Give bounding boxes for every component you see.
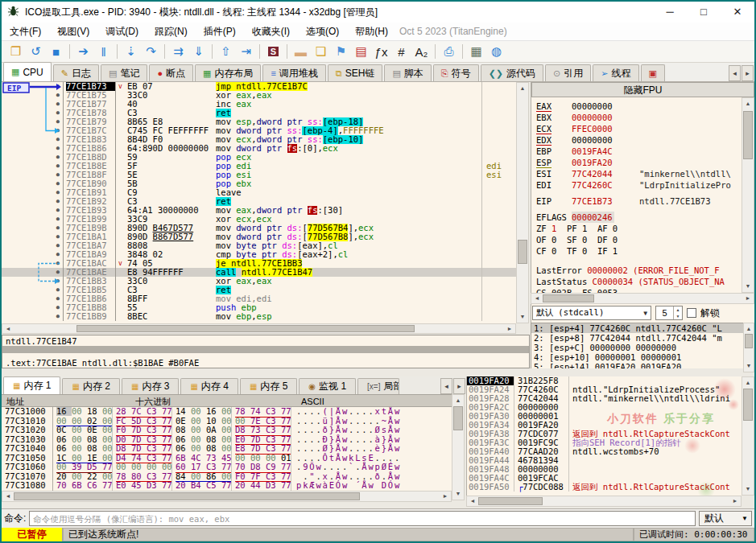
disasm-hscroll[interactable]: ◄► xyxy=(2,323,516,334)
function-icon[interactable]: ƒx xyxy=(371,43,391,61)
stack-vscroll[interactable]: ▲▼ xyxy=(742,376,754,496)
step-into-icon[interactable]: ⇣ xyxy=(121,43,141,61)
command-mode-dropdown[interactable]: 默认 ▼ xyxy=(699,511,752,526)
menu-item[interactable]: 调试(D) xyxy=(97,25,147,39)
menu-item[interactable]: 视图(V) xyxy=(49,25,97,39)
disasm-vscroll[interactable]: ▲▼ xyxy=(516,82,529,323)
breakpoint-dot[interactable]: ● xyxy=(2,91,63,100)
restart-icon[interactable]: ↺ xyxy=(26,43,46,61)
scroll-thumb[interactable] xyxy=(518,240,527,264)
tab-symbols[interactable]: ⎘符号 xyxy=(433,64,479,81)
scroll-thumb[interactable] xyxy=(453,406,463,430)
hide-fpu-button[interactable]: 隐藏FPU xyxy=(531,82,754,97)
spider-icon[interactable]: S xyxy=(263,43,283,61)
stepper-up-icon[interactable]: ▲ xyxy=(674,306,682,313)
hash-icon[interactable]: # xyxy=(391,43,411,61)
run-icon[interactable]: ➔ xyxy=(73,43,93,61)
argument-row[interactable]: 3: [esp+C] 00000000 00000000 xyxy=(531,343,754,352)
breakpoint-dot[interactable]: ● xyxy=(2,206,63,215)
arguments-view[interactable]: 1: [esp+4] 77C4260C ntdll.77C4260C "L2: … xyxy=(531,323,754,372)
breakpoint-dot[interactable]: ● xyxy=(2,303,63,312)
breakpoint-dot[interactable]: ● xyxy=(2,153,63,162)
patch-icon[interactable]: ▬ xyxy=(291,43,311,61)
breakpoint-dot[interactable]: ● xyxy=(2,224,63,232)
register-row[interactable]: EAX00000000 xyxy=(536,101,742,112)
stop-icon[interactable]: ■ xyxy=(46,43,66,61)
register-row[interactable]: EBP0019FA4C xyxy=(536,146,742,157)
register-row[interactable]: ESI77C42044"minkernel\\ntdll\ xyxy=(536,168,742,179)
step-out-icon[interactable]: ⇧ xyxy=(216,43,236,61)
scroll-thumb[interactable] xyxy=(743,389,753,421)
scroll-thumb[interactable] xyxy=(478,497,543,505)
breakpoint-dot[interactable]: ● xyxy=(2,144,63,153)
maximize-button[interactable]: □ xyxy=(687,2,721,23)
breakpoint-dot[interactable]: ● xyxy=(2,268,63,277)
breakpoint-dot[interactable]: ● xyxy=(2,241,63,250)
dump-tab-memory-1[interactable]: ▦内存 1 xyxy=(3,376,60,394)
scroll-arrow-icon[interactable]: ▲ xyxy=(742,378,754,388)
menu-item[interactable]: 跟踪(N) xyxy=(147,25,196,39)
breakpoint-dot[interactable]: ● xyxy=(2,100,63,109)
register-row[interactable]: LastStatus C0000034 (STATUS_OBJECT_NA xyxy=(536,276,742,287)
registers-vscroll[interactable]: ▲▼ xyxy=(742,97,754,293)
breakpoint-dot[interactable]: ● xyxy=(2,232,63,241)
scroll-arrow-icon[interactable]: ▲ xyxy=(452,396,464,405)
tab-log[interactable]: ✎日志 xyxy=(53,64,99,81)
close-button[interactable]: ✕ xyxy=(721,2,754,23)
scroll-arrow-icon[interactable]: ▼ xyxy=(744,361,754,371)
scroll-thumb[interactable] xyxy=(543,294,594,302)
register-row[interactable]: EFLAGS00000246 xyxy=(536,212,742,223)
scroll-thumb[interactable] xyxy=(14,492,360,500)
scroll-thumb[interactable] xyxy=(743,111,753,159)
command-input[interactable] xyxy=(29,511,696,526)
scroll-arrow-icon[interactable]: ◄ xyxy=(3,492,13,501)
hex-dump-view[interactable]: 77C3100016 00 18 0028 7C C3 7714 00 16 0… xyxy=(2,407,452,491)
menu-item[interactable]: 插件(P) xyxy=(196,25,244,39)
tab-cpu[interactable]: ▦CPU xyxy=(3,62,52,81)
scroll-arrow-icon[interactable]: ▼ xyxy=(517,312,528,322)
disassembly-view[interactable]: ●77CE1B73vEB 07jmp ntdll.77CE1B7C●77CE1B… xyxy=(2,82,516,323)
tab-breakpoints[interactable]: ●断点 xyxy=(149,64,193,81)
dump-tab-memory-4[interactable]: ▦内存 4 xyxy=(180,378,238,394)
calculator-icon[interactable]: ▦ xyxy=(466,43,486,61)
menu-item[interactable]: 收藏夹(I) xyxy=(244,25,298,39)
tab-notes[interactable]: ▤笔记 xyxy=(101,64,147,81)
breakpoint-dot[interactable]: ● xyxy=(2,135,63,144)
tab-scroll-right-icon[interactable]: ▸ xyxy=(742,65,754,81)
registers-hscroll[interactable]: ◄► xyxy=(531,293,754,304)
scroll-arrow-icon[interactable]: ▲ xyxy=(517,84,528,93)
run-to-icon[interactable]: ⇉ xyxy=(168,43,188,61)
argument-count-stepper[interactable]: 5 ▲ ▼ xyxy=(655,306,683,320)
pause-icon[interactable]: ‖ xyxy=(93,43,114,61)
scroll-arrow-icon[interactable]: ► xyxy=(743,294,753,303)
scroll-arrow-icon[interactable]: ▲ xyxy=(744,324,754,334)
dump-tab-watch-1[interactable]: ◉监视 1 xyxy=(299,378,356,394)
breakpoint-dot[interactable]: ● xyxy=(2,188,63,197)
stack-view[interactable]: 0019FA2031B225F80019FA2477C4260Cntdll."L… xyxy=(466,376,742,496)
breakpoint-dot[interactable]: ● xyxy=(2,312,63,321)
dump-tab-memory-5[interactable]: ▦内存 5 xyxy=(240,378,297,394)
register-row[interactable]: ESP0019FA20 xyxy=(536,157,742,168)
stack-row[interactable]: 0019FA50┌77CDC088返回到 ntdll.RtlCaptureSta… xyxy=(467,483,742,492)
tab-source[interactable]: ❮❯源代码 xyxy=(481,64,543,81)
breakpoint-dot[interactable]: ● xyxy=(2,179,63,188)
dump-row[interactable]: 77C3108070 6B C6 77E0 45 D3 7720 B4 C5 7… xyxy=(2,481,452,491)
breakpoint-dot[interactable]: ● xyxy=(2,117,63,126)
handles-icon[interactable]: ⎙ xyxy=(439,43,459,61)
scroll-arrow-icon[interactable]: ▲ xyxy=(742,99,754,109)
breakpoint-dot[interactable]: ● xyxy=(2,162,63,171)
register-row[interactable]: EIP77CE1B73ntdll.77CE1B73 xyxy=(536,195,742,207)
scroll-arrow-icon[interactable]: ◄ xyxy=(3,324,13,333)
breakpoint-dot[interactable]: ● xyxy=(2,126,63,135)
step-over-icon[interactable]: ↷ xyxy=(141,43,161,61)
register-row[interactable]: EBX00000000 xyxy=(536,112,742,123)
argument-row[interactable]: 2: [esp+8] 77C42044 ntdll.77C42044 "m xyxy=(531,333,754,343)
disasm-row[interactable]: ●77CE1BB98BECmov ebp,esp xyxy=(2,312,516,321)
run-to-user-icon[interactable]: ⇥ xyxy=(236,43,256,61)
register-row[interactable]: EDI77C4260C"LdrpInitializePro xyxy=(536,179,742,191)
horizontal-splitter[interactable] xyxy=(2,368,754,375)
open-file-icon[interactable]: ❐ xyxy=(6,43,26,61)
breakpoint-dot[interactable]: ● xyxy=(2,197,63,206)
scroll-thumb[interactable] xyxy=(745,334,753,348)
menu-item[interactable]: 文件(F) xyxy=(2,25,49,39)
